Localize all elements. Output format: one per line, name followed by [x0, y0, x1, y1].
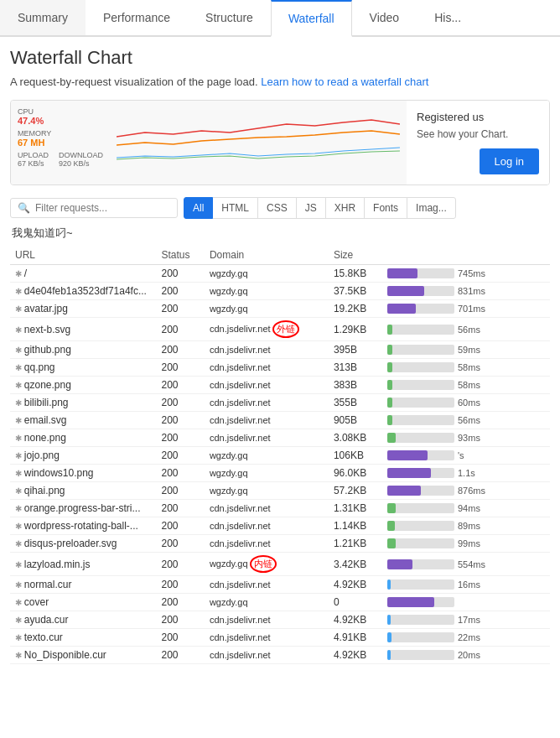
- cell-domain: cdn.jsdelivr.net: [205, 341, 329, 359]
- table-row: ✱ d4e04feb1a3523df71a4fc...200wgzdy.gq37…: [10, 283, 550, 300]
- cell-size: 1.14KB: [329, 517, 382, 535]
- table-row: ✱ disqus-preloader.svg200cdn.jsdelivr.ne…: [10, 535, 550, 553]
- login-button[interactable]: Log in: [480, 148, 539, 174]
- tab-history[interactable]: His...: [417, 0, 479, 35]
- filter-btn-xhr[interactable]: XHR: [325, 197, 365, 219]
- cell-size: 4.92KB: [329, 647, 382, 664]
- cell-url: ✱ github.png: [10, 341, 157, 359]
- cell-size: 4.91KB: [329, 629, 382, 647]
- cell-bar: 60ms: [382, 394, 550, 412]
- cell-domain: cdn.jsdelivr.net: [205, 629, 329, 647]
- col-timing: [382, 246, 550, 265]
- tab-summary[interactable]: Summary: [0, 0, 86, 35]
- cell-domain: cdn.jsdelivr.net外链: [205, 318, 329, 341]
- cell-bar: 58ms: [382, 359, 550, 377]
- cell-domain: cdn.jsdelivr.net: [205, 412, 329, 429]
- cell-domain: cdn.jsdelivr.net: [205, 576, 329, 594]
- upload-value: 67 KB/s: [18, 159, 49, 168]
- table-row: ✱ ayuda.cur200cdn.jsdelivr.net4.92KB 17m…: [10, 611, 550, 629]
- promo-chart: CPU 47.4% MEMORY 67 MH UPLOAD 67 KB/s: [11, 101, 407, 184]
- table-row: ✱ next-b.svg200cdn.jsdelivr.net外链1.29KB …: [10, 318, 550, 341]
- filter-btn-css[interactable]: CSS: [257, 197, 297, 219]
- cell-domain: wgzdy.gq: [205, 447, 329, 465]
- filter-btn-all[interactable]: All: [184, 197, 213, 219]
- cell-status: 200: [157, 377, 205, 394]
- tab-performance[interactable]: Performance: [86, 0, 188, 35]
- filter-btn-fonts[interactable]: Fonts: [364, 197, 407, 219]
- cell-url: ✱ cover: [10, 594, 157, 611]
- cell-url: ✱ d4e04feb1a3523df71a4fc...: [10, 283, 157, 300]
- table-row: ✱ orange.progress-bar-stri...200cdn.jsde…: [10, 500, 550, 517]
- cell-status: 200: [157, 412, 205, 429]
- cell-status: 200: [157, 482, 205, 500]
- col-status: Status: [157, 246, 205, 265]
- cell-url: ✱ qihai.png: [10, 482, 157, 500]
- cell-url: ✱ normal.cur: [10, 576, 157, 594]
- cell-url: ✱ jojo.png: [10, 447, 157, 465]
- cell-url: ✱ No_Disponible.cur: [10, 647, 157, 664]
- cell-bar: 22ms: [382, 629, 550, 647]
- filter-bar: 🔍 All HTML CSS JS XHR Fonts Imag...: [10, 197, 550, 219]
- filter-input[interactable]: [35, 202, 170, 214]
- cell-bar: 59ms: [382, 341, 550, 359]
- cell-bar: 17ms: [382, 611, 550, 629]
- cell-domain: wgzdy.gq: [205, 300, 329, 318]
- cell-status: 200: [157, 611, 205, 629]
- cell-status: 200: [157, 300, 205, 318]
- cell-size: 96.0KB: [329, 465, 382, 482]
- tab-structure[interactable]: Structure: [188, 0, 271, 35]
- cell-domain: cdn.jsdelivr.net: [205, 394, 329, 412]
- promo-right: Registered us See how your Chart. Log in: [407, 101, 549, 184]
- cell-domain: cdn.jsdelivr.net: [205, 359, 329, 377]
- cell-status: 200: [157, 359, 205, 377]
- cell-size: 355B: [329, 394, 382, 412]
- page-title: Waterfall Chart: [10, 47, 550, 69]
- cell-size: 383B: [329, 377, 382, 394]
- cell-status: 200: [157, 517, 205, 535]
- filter-buttons: All HTML CSS JS XHR Fonts Imag...: [184, 197, 456, 219]
- tab-bar: Summary Performance Structure Waterfall …: [0, 0, 560, 37]
- memory-value: 67 MH: [18, 138, 103, 148]
- table-row: ✱ jojo.png200wgzdy.gq106KB 's: [10, 447, 550, 465]
- cell-domain: wgzdy.gq: [205, 265, 329, 283]
- cell-url: ✱ none.png: [10, 429, 157, 447]
- download-value: 920 KB/s: [59, 159, 103, 168]
- cell-domain: wgzdy.gq: [205, 283, 329, 300]
- cpu-value: 47.4%: [18, 116, 103, 126]
- filter-btn-js[interactable]: JS: [296, 197, 326, 219]
- memory-label: MEMORY: [18, 129, 103, 138]
- cell-url: ✱ windows10.png: [10, 465, 157, 482]
- cell-status: 200: [157, 553, 205, 576]
- cell-bar: 16ms: [382, 576, 550, 594]
- cell-domain: cdn.jsdelivr.net: [205, 500, 329, 517]
- cell-bar: 745ms: [382, 265, 550, 283]
- cell-size: 1.21KB: [329, 535, 382, 553]
- filter-input-wrap[interactable]: 🔍: [10, 198, 178, 218]
- learn-link[interactable]: Learn how to read a waterfall chart: [261, 75, 428, 88]
- site-label: 我鬼知道叼~: [10, 226, 550, 241]
- cell-domain: cdn.jsdelivr.net: [205, 535, 329, 553]
- filter-btn-html[interactable]: HTML: [212, 197, 258, 219]
- download-label: DOWNLOAD: [59, 151, 103, 159]
- cell-domain: cdn.jsdelivr.net: [205, 647, 329, 664]
- cell-status: 200: [157, 629, 205, 647]
- cell-size: 15.8KB: [329, 265, 382, 283]
- table-row: ✱ email.svg200cdn.jsdelivr.net905B 56ms: [10, 412, 550, 429]
- page-description: A request-by-request visualization of th…: [10, 75, 550, 88]
- cell-domain: wgzdy.gq: [205, 465, 329, 482]
- tab-waterfall[interactable]: Waterfall: [271, 0, 352, 37]
- cell-size: 3.42KB: [329, 553, 382, 576]
- cell-bar: 56ms: [382, 318, 550, 341]
- cell-url: ✱ lazyload.min.js: [10, 553, 157, 576]
- cell-size: 0: [329, 594, 382, 611]
- cell-bar: 's: [382, 447, 550, 465]
- table-row: ✱ normal.cur200cdn.jsdelivr.net4.92KB 16…: [10, 576, 550, 594]
- cell-url: ✱ avatar.jpg: [10, 300, 157, 318]
- cell-url: ✱ /: [10, 265, 157, 283]
- cell-size: 4.92KB: [329, 611, 382, 629]
- table-row: ✱ avatar.jpg200wgzdy.gq19.2KB 701ms: [10, 300, 550, 318]
- tab-video[interactable]: Video: [352, 0, 417, 35]
- cell-bar: 1.1s: [382, 465, 550, 482]
- upload-label: UPLOAD: [18, 151, 49, 159]
- filter-btn-images[interactable]: Imag...: [407, 197, 456, 219]
